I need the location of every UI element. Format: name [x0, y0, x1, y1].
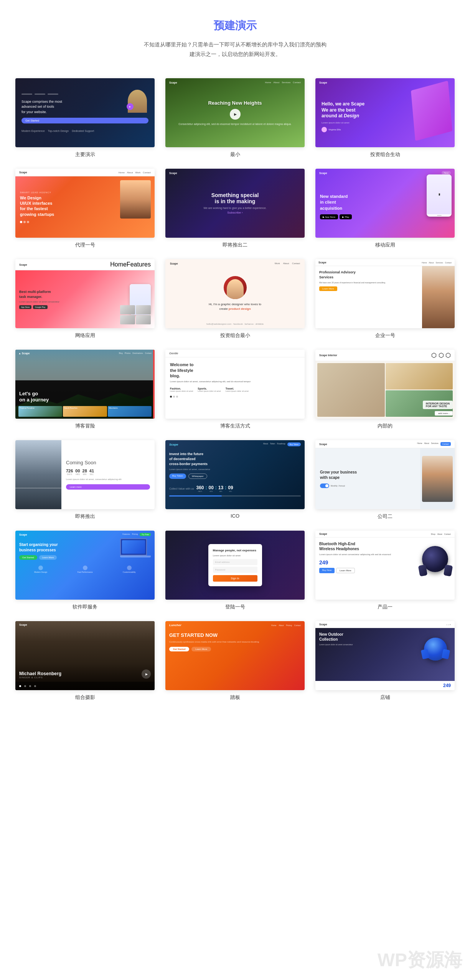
demo-item-agency: Scape HomeAbout WorkContact SMART LEAD A… — [15, 169, 155, 248]
page-header: 预建演示 不知道从哪里开始？只需单击一下即可从不断增长的库中导入我们漂亮的预构 … — [0, 0, 470, 67]
demo-item-coming-soon: Coming Soon 726 DAYS 00 HRS 28 MIN — [15, 440, 155, 520]
demo-label-launcher: 踏板 — [230, 694, 240, 701]
demo-thumb-agency[interactable]: Scape HomeAbout WorkContact SMART LEAD A… — [15, 169, 155, 238]
demo-item-main: Scape comprises the mostadvanced set of … — [15, 78, 155, 158]
demo-item-portfolio-min: Scape Work About Contact Hi, I'm a graph… — [165, 259, 305, 339]
demo-item-coming-soon2: Scape Something specialis in the making … — [165, 169, 305, 248]
demo-thumb-shop[interactable]: Scape ○ ○ × New OutdoorCollection Lorem … — [315, 621, 455, 690]
demo-item-enterprise: Scape HomeAbout ServicesContact Professi… — [315, 259, 455, 339]
demo-label-interior: 内部的 — [378, 423, 392, 429]
demo-label-enterprise: 企业一号 — [375, 332, 395, 339]
demo-thumb-mobile[interactable]: Scape New New standardin clientacquisiti… — [315, 169, 455, 238]
demo-item-web-app: Scape HomeFeatures Best multi-platformta… — [15, 259, 155, 339]
demo-thumb-blog-lifestyle[interactable]: Gentle Welcome tothe lifestyleblog. Lore… — [165, 350, 305, 419]
demo-thumb-web-app[interactable]: Scape HomeFeatures Best multi-platformta… — [15, 259, 155, 328]
demo-thumb-launcher[interactable]: Luncher Home About Pricing Contact GET S… — [165, 621, 305, 690]
demo-item-login: Manage people, not expenses Lorem ipsum … — [165, 531, 305, 610]
demo-label-blog-lifestyle: 博客生活方式 — [220, 423, 250, 429]
demo-label-photography: 组合摄影 — [75, 694, 95, 701]
demo-label-coming-soon: 即将推出 — [75, 513, 95, 520]
demo-label-blog-adventure: 博客冒险 — [75, 423, 95, 429]
demo-thumb-photography[interactable]: Scape Michael Rosenberg SINGER & CLIPS — [15, 621, 155, 690]
demo-item-ico: Scape About Token Roadmap Buy Token Inve… — [165, 440, 305, 520]
demo-thumb-enterprise[interactable]: Scape HomeAbout ServicesContact Professi… — [315, 259, 455, 328]
demo-thumb-company2[interactable]: Scape Home About Services Contact Grow y… — [315, 440, 455, 509]
page-subtitle: 不知道从哪里开始？只需单击一下即可从不断增长的库中导入我们漂亮的预构 建演示之一… — [0, 40, 470, 59]
demo-item-blog-lifestyle: Gentle Welcome tothe lifestyleblog. Lore… — [165, 350, 305, 429]
demo-label-agency: 代理一号 — [75, 242, 95, 248]
demo-thumb-coming-soon2[interactable]: Scape Something specialis in the making … — [165, 169, 305, 238]
demo-label-coming-soon2: 即将推出二 — [223, 242, 247, 248]
demo-label-minimal: 最小 — [230, 151, 240, 158]
demo-thumb-main[interactable]: Scape comprises the mostadvanced set of … — [15, 78, 155, 147]
demo-item-shop: Scape ○ ○ × New OutdoorCollection Lorem … — [315, 621, 455, 701]
demo-thumb-interior[interactable]: Scape Interior ⬡ ⬡ ⬡ INTERIOR DESIGNFOR … — [315, 350, 455, 419]
demo-item-product: Scape Shop About Contact Bluetooth High-… — [315, 531, 455, 610]
demo-thumb-portfolio-min[interactable]: Scape Work About Contact Hi, I'm a graph… — [165, 259, 305, 328]
demo-item-portfolio-live: Scape Hello, we are ScapeWe are the best… — [315, 78, 455, 158]
demo-label-company2: 公司二 — [378, 513, 392, 520]
demo-label-portfolio-min: 投资组合最小 — [220, 332, 250, 339]
demo-label-saas: 软件即服务 — [73, 603, 97, 610]
demo-label-web-app: 网络应用 — [75, 332, 95, 339]
demo-label-portfolio-live: 投资组合生动 — [370, 151, 400, 158]
demo-thumb-coming-soon[interactable]: Coming Soon 726 DAYS 00 HRS 28 MIN — [15, 440, 155, 509]
demo-label-mobile: 移动应用 — [375, 242, 395, 248]
demo-item-saas: Scape Features Pricing Try Free Start or… — [15, 531, 155, 610]
demo-item-company2: Scape Home About Services Contact Grow y… — [315, 440, 455, 520]
demo-item-photography: Scape Michael Rosenberg SINGER & CLIPS 组… — [15, 621, 155, 701]
demo-item-mobile: Scape New New standardin clientacquisiti… — [315, 169, 455, 248]
demo-label-product: 产品一 — [378, 603, 392, 610]
demo-item-minimal: Scape HomeAbout ServicesContact Reaching… — [165, 78, 305, 158]
demo-thumb-minimal[interactable]: Scape HomeAbout ServicesContact Reaching… — [165, 78, 305, 147]
demo-thumb-ico[interactable]: Scape About Token Roadmap Buy Token Inve… — [165, 440, 305, 509]
demo-item-interior: Scape Interior ⬡ ⬡ ⬡ INTERIOR DESIGNFOR … — [315, 350, 455, 429]
demo-thumb-blog-adventure[interactable]: ▲ Scape Blog Photos Destinations Contact… — [15, 350, 155, 419]
demo-label-shop: 店铺 — [380, 694, 390, 701]
demos-grid: Scape comprises the mostadvanced set of … — [0, 67, 470, 724]
demo-label-ico: ICO — [231, 513, 239, 519]
demo-thumb-login[interactable]: Manage people, not expenses Lorem ipsum … — [165, 531, 305, 600]
hero-btn: Get Started — [21, 118, 148, 123]
demo-thumb-product[interactable]: Scape Shop About Contact Bluetooth High-… — [315, 531, 455, 600]
demo-label-main: 主要演示 — [75, 151, 95, 158]
demo-item-launcher: Luncher Home About Pricing Contact GET S… — [165, 621, 305, 701]
demo-thumb-saas[interactable]: Scape Features Pricing Try Free Start or… — [15, 531, 155, 600]
demo-label-login: 登陆一号 — [225, 603, 245, 610]
demo-thumb-portfolio-live[interactable]: Scape Hello, we are ScapeWe are the best… — [315, 78, 455, 147]
page-title: 预建演示 — [0, 18, 470, 33]
demo-item-blog-adventure: ▲ Scape Blog Photos Destinations Contact… — [15, 350, 155, 429]
